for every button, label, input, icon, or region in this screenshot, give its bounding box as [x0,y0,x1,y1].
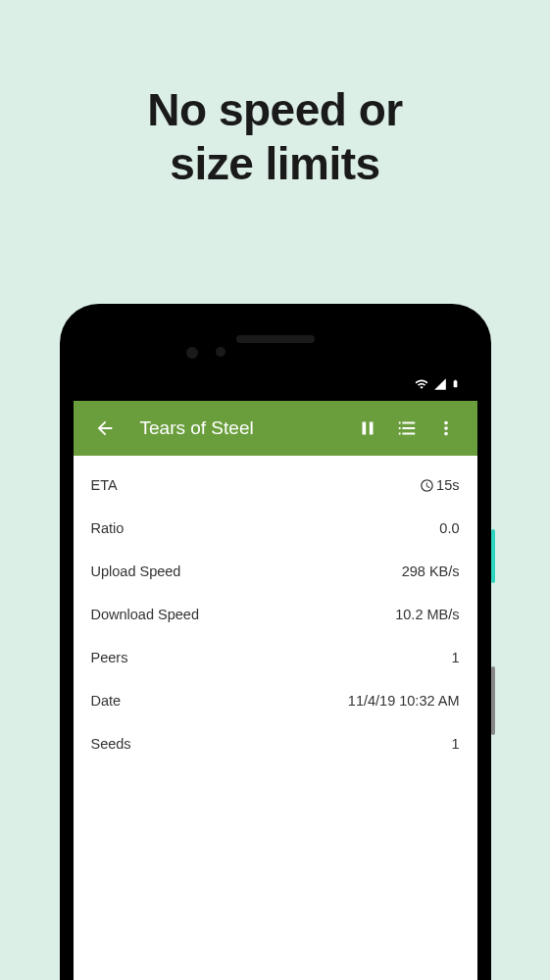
row-value: 1 [451,736,459,752]
detail-row-eta: ETA 15s [91,464,460,507]
phone-camera [186,347,198,359]
headline-line1: No speed or [0,83,550,137]
row-label: Upload Speed [91,564,181,579]
detail-row-seeds: Seeds 1 [91,722,460,765]
back-button[interactable] [85,409,125,448]
row-label: Download Speed [91,607,199,622]
battery-icon [451,376,460,391]
detail-row-upload: Upload Speed 298 KB/s [91,550,460,593]
phone-side-button [491,666,495,735]
more-button[interactable] [426,409,466,448]
row-value: 1 [451,650,459,665]
wifi-icon [414,377,429,391]
arrow-back-icon [94,417,116,439]
headline-line2: size limits [0,137,550,191]
details-content: ETA 15s Ratio 0.0 Upload Speed 298 KB/s … [74,456,477,980]
phone-speaker [236,335,315,343]
row-label: Date [91,693,122,709]
status-bar [414,376,460,391]
row-value: 11/4/19 10:32 AM [348,693,460,709]
detail-row-date: Date 11/4/19 10:32 AM [91,679,460,722]
phone-frame: Tears of Steel ETA 15s Ratio 0.0 [60,304,491,980]
row-label: Ratio [91,520,125,536]
row-value: 0.0 [439,520,459,536]
detail-row-download: Download Speed 10.2 MB/s [91,593,460,636]
pause-button[interactable] [348,409,387,448]
detail-row-peers: Peers 1 [91,636,460,679]
row-label: Peers [91,650,128,665]
more-vert-icon [435,417,457,439]
marketing-headline: No speed or size limits [0,0,550,191]
phone-screen: Tears of Steel ETA 15s Ratio 0.0 [74,318,477,980]
row-label: Seeds [91,736,131,752]
phone-camera [216,347,225,357]
phone-side-button [491,529,495,583]
list-icon [396,417,418,439]
row-value: 10.2 MB/s [395,607,459,622]
list-button[interactable] [387,409,426,448]
detail-row-ratio: Ratio 0.0 [91,507,460,550]
pause-icon [357,417,378,439]
row-value: 15s [420,477,459,493]
clock-icon [420,478,434,493]
eta-value-text: 15s [436,477,459,493]
app-bar-title: Tears of Steel [140,417,348,439]
app-bar: Tears of Steel [74,401,477,456]
row-label: ETA [91,477,118,493]
row-value: 298 KB/s [402,564,460,579]
signal-icon [433,377,447,391]
